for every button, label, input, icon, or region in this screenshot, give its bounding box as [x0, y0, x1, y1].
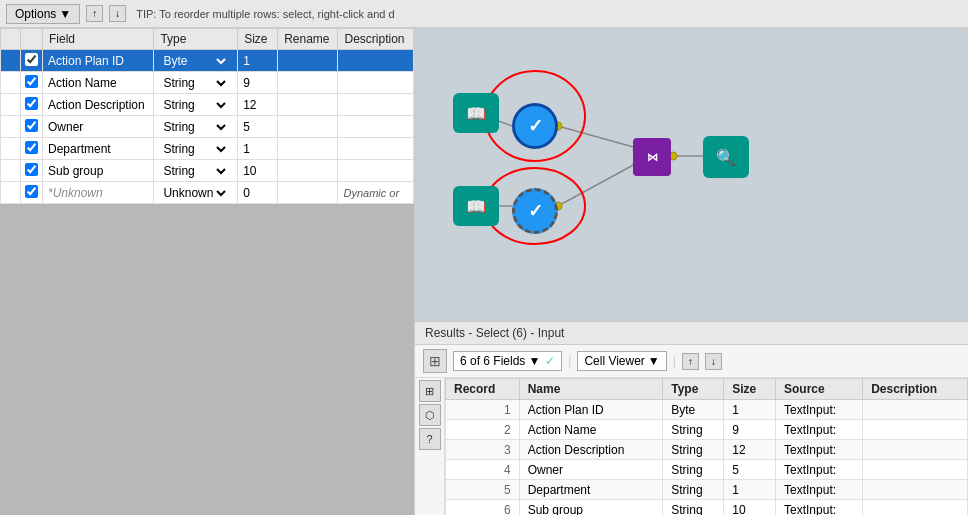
row-size: 10 — [238, 160, 278, 182]
row-arrow — [1, 116, 21, 138]
results-table-icon: ⊞ — [423, 349, 447, 373]
row-checkbox[interactable] — [25, 119, 38, 132]
row-field: Action Plan ID — [43, 50, 154, 72]
fields-label: 6 of 6 Fields — [460, 354, 525, 368]
row-type-select[interactable]: String — [159, 97, 229, 113]
options-button[interactable]: Options ▼ — [6, 4, 80, 24]
results-panel: Results - Select (6) - Input ⊞ 6 of 6 Fi… — [415, 320, 968, 515]
results-table-row: 2Action NameString9TextInput: — [446, 420, 968, 440]
row-rename — [278, 116, 338, 138]
field-table-row[interactable]: *UnknownUnknown0Dynamic or — [1, 182, 414, 204]
field-table-row[interactable]: DepartmentString1 — [1, 138, 414, 160]
row-checkbox[interactable] — [25, 97, 38, 110]
row-size: 12 — [238, 94, 278, 116]
cell-viewer-button[interactable]: Cell Viewer ▼ — [577, 351, 666, 371]
results-down-button[interactable]: ↓ — [705, 353, 722, 370]
row-checkbox-cell — [21, 182, 43, 204]
row-field: Owner — [43, 116, 154, 138]
result-source: TextInput: — [776, 500, 863, 516]
select2-icon: ✓ — [528, 200, 543, 222]
field-table-row[interactable]: Sub groupString10 — [1, 160, 414, 182]
row-type-select[interactable]: Byte — [159, 53, 229, 69]
cell-viewer-chevron-icon: ▼ — [648, 354, 660, 368]
fields-dropdown[interactable]: 6 of 6 Fields ▼ ✓ — [453, 351, 562, 371]
fields-check-icon: ✓ — [545, 354, 555, 368]
row-type-select[interactable]: String — [159, 75, 229, 91]
result-type: String — [663, 480, 724, 500]
reader1-node[interactable]: 📖 — [453, 93, 499, 133]
select2-node[interactable]: ✓ — [512, 188, 558, 234]
result-size: 10 — [724, 500, 776, 516]
results-title: Results - Select (6) - Input — [415, 322, 968, 345]
results-icon-help[interactable]: ? — [419, 428, 441, 450]
move-down-button[interactable]: ↓ — [109, 5, 126, 22]
row-checkbox-cell — [21, 160, 43, 182]
row-size: 0 — [238, 182, 278, 204]
row-size: 5 — [238, 116, 278, 138]
join-node[interactable]: ⋈ — [633, 138, 671, 176]
result-description — [863, 460, 968, 480]
row-size: 1 — [238, 138, 278, 160]
result-type: String — [663, 440, 724, 460]
options-label: Options — [15, 7, 56, 21]
row-checkbox-cell — [21, 116, 43, 138]
row-type-select[interactable]: String — [159, 141, 229, 157]
result-name: Action Plan ID — [519, 400, 663, 420]
field-table-row[interactable]: Action NameString9 — [1, 72, 414, 94]
row-arrow — [1, 138, 21, 160]
row-checkbox[interactable] — [25, 163, 38, 176]
result-type: Byte — [663, 400, 724, 420]
col-description: Description — [338, 29, 414, 50]
right-panel: R J R 📖 ✓ 📖 ✓ — [415, 28, 968, 515]
row-field: Action Name — [43, 72, 154, 94]
join-icon: ⋈ — [647, 151, 658, 164]
row-field: *Unknown — [43, 182, 154, 204]
row-arrow — [1, 182, 21, 204]
field-table-row[interactable]: Action DescriptionString12 — [1, 94, 414, 116]
results-table-row: 6Sub groupString10TextInput: — [446, 500, 968, 516]
fields-chevron-icon: ▼ — [528, 354, 540, 368]
result-record: 3 — [446, 440, 520, 460]
col-checkbox — [1, 29, 21, 50]
toolbar-separator2: | — [673, 354, 676, 368]
result-name: Action Description — [519, 440, 663, 460]
select1-node[interactable]: ✓ — [512, 103, 558, 149]
row-checkbox[interactable] — [25, 185, 38, 198]
reader2-node[interactable]: 📖 — [453, 186, 499, 226]
result-source: TextInput: — [776, 480, 863, 500]
row-type-select[interactable]: String — [159, 119, 229, 135]
row-type-select[interactable]: Unknown — [159, 185, 229, 201]
result-type: String — [663, 500, 724, 516]
results-up-button[interactable]: ↑ — [682, 353, 699, 370]
canvas-svg: R J R — [415, 28, 968, 320]
row-checkbox[interactable] — [25, 53, 38, 66]
col-type: Type — [663, 379, 724, 400]
move-up-button[interactable]: ↑ — [86, 5, 103, 22]
row-arrow: ▶ — [1, 50, 21, 72]
canvas-area: R J R 📖 ✓ 📖 ✓ — [415, 28, 968, 320]
row-checkbox[interactable] — [25, 75, 38, 88]
browse-node[interactable]: 🔍 — [703, 136, 749, 178]
row-type: String — [154, 116, 238, 138]
results-icon-table[interactable]: ⊞ — [419, 380, 441, 402]
field-table: Field Type Size Rename Description ▶Acti… — [0, 28, 414, 204]
result-source: TextInput: — [776, 460, 863, 480]
row-type-select[interactable]: String — [159, 163, 229, 179]
row-rename — [278, 182, 338, 204]
row-arrow — [1, 94, 21, 116]
col-record: Record — [446, 379, 520, 400]
field-table-row[interactable]: OwnerString5 — [1, 116, 414, 138]
row-description — [338, 94, 414, 116]
browse-icon: 🔍 — [716, 148, 736, 167]
result-name: Department — [519, 480, 663, 500]
results-icon-shape[interactable]: ⬡ — [419, 404, 441, 426]
results-body: ⊞ ⬡ ? Record Name Type Size Source — [415, 378, 968, 515]
svg-line-1 — [558, 126, 637, 148]
row-rename — [278, 138, 338, 160]
row-checkbox-cell — [21, 94, 43, 116]
row-type: Unknown — [154, 182, 238, 204]
row-arrow — [1, 160, 21, 182]
row-checkbox[interactable] — [25, 141, 38, 154]
row-type: Byte — [154, 50, 238, 72]
field-table-row[interactable]: ▶Action Plan IDByte1 — [1, 50, 414, 72]
